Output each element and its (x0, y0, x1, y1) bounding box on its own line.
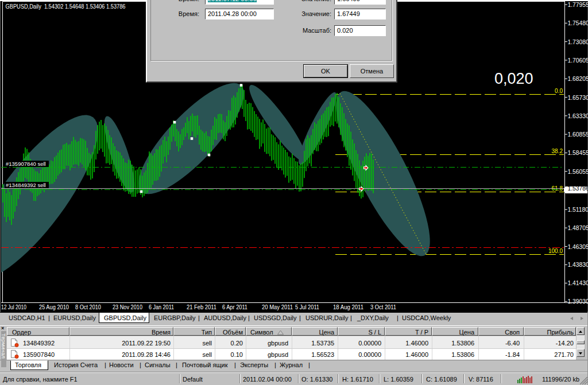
svg-text:#135907840 sell: #135907840 sell (6, 161, 46, 167)
svg-text:5 Jul 2011: 5 Jul 2011 (295, 304, 319, 310)
svg-text:1.48705: 1.48705 (568, 225, 588, 231)
svg-text:25 Aug 2010: 25 Aug 2010 (39, 304, 69, 310)
svg-text:12 Jul 2010: 12 Jul 2010 (1, 304, 26, 310)
svg-text:Терминал: Терминал (1, 333, 7, 359)
svg-text:1.73080: 1.73080 (568, 39, 588, 45)
svg-text:3 Oct 2011: 3 Oct 2011 (370, 304, 396, 310)
svg-text:1.77955: 1.77955 (568, 2, 588, 8)
svg-text:8 Oct 2010: 8 Oct 2010 (75, 304, 101, 310)
svg-text:GBPUSD,Daily 1.54302 1.54648: GBPUSD,Daily 1.54302 1.54648 1.53406 1.5… (6, 3, 126, 10)
svg-text:1.75480: 1.75480 (568, 20, 588, 26)
svg-text:1.63330: 1.63330 (568, 113, 588, 119)
svg-text:0.0: 0.0 (555, 88, 563, 94)
svg-text:20 May 2011: 20 May 2011 (262, 304, 293, 310)
svg-text:18 Aug 2011: 18 Aug 2011 (333, 304, 363, 310)
svg-text:1.51180: 1.51180 (568, 207, 588, 213)
svg-text:×: × (1, 325, 4, 331)
svg-text:1.41430: 1.41430 (568, 280, 588, 286)
svg-text:1.70605: 1.70605 (568, 57, 588, 64)
svg-text:1.58455: 1.58455 (568, 150, 588, 156)
svg-text:1.46305: 1.46305 (568, 244, 588, 250)
svg-text:1.68205: 1.68205 (568, 76, 588, 82)
svg-text:1.65730: 1.65730 (568, 95, 588, 101)
svg-text:1.56055: 1.56055 (568, 169, 588, 175)
svg-text:6 Jan 2011: 6 Jan 2011 (149, 304, 174, 310)
svg-text:0,020: 0,020 (494, 70, 533, 87)
svg-text:38.2: 38.2 (552, 148, 563, 154)
svg-text:100.0: 100.0 (548, 248, 563, 254)
svg-text:1.39030: 1.39030 (568, 298, 588, 305)
svg-text:1.43830: 1.43830 (568, 262, 588, 268)
svg-text:#134849392 sell: #134849392 sell (6, 182, 46, 188)
svg-text:21 Feb 2011: 21 Feb 2011 (187, 304, 216, 310)
svg-text:1.60855: 1.60855 (568, 131, 588, 138)
svg-text:1.53786: 1.53786 (568, 185, 588, 192)
svg-text:23 Nov 2010: 23 Nov 2010 (113, 304, 142, 310)
svg-text:6 Apr 2011: 6 Apr 2011 (222, 304, 247, 310)
